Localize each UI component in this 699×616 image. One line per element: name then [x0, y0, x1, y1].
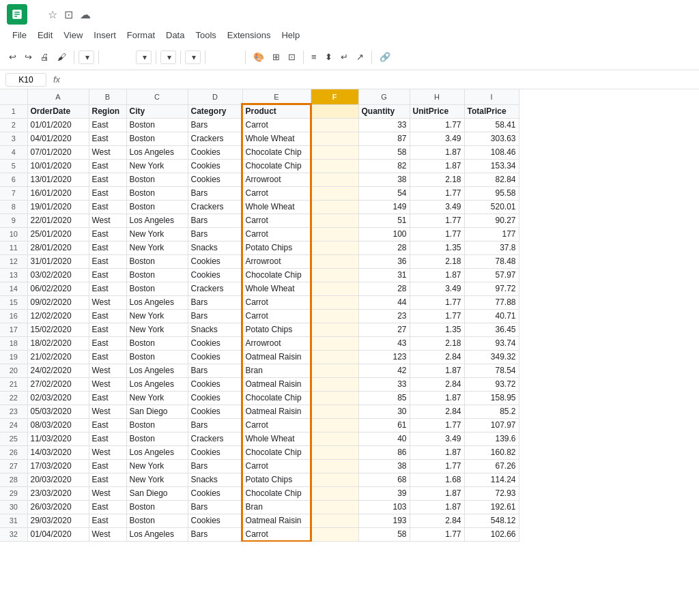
cell-r5-c3[interactable]: Cookies: [188, 159, 242, 173]
cell-r22-c2[interactable]: New York: [126, 391, 188, 405]
cell-r10-c3[interactable]: Bars: [188, 227, 242, 241]
table-row[interactable]: 1509/02/2020WestLos AngelesBarsCarrot441…: [0, 295, 519, 309]
cell-r24-c4[interactable]: Carrot: [242, 418, 311, 432]
cell-r22-c7[interactable]: 1.87: [410, 391, 464, 405]
menu-help[interactable]: Help: [276, 27, 305, 43]
cell-r21-c2[interactable]: Los Angeles: [126, 377, 188, 391]
col-header-c[interactable]: C: [126, 89, 188, 104]
undo-button[interactable]: ↩: [5, 49, 20, 65]
cell-r31-c2[interactable]: Boston: [126, 514, 188, 527]
cell-r21-c1[interactable]: West: [89, 377, 126, 391]
cell-r3-c2[interactable]: Boston: [126, 132, 188, 145]
table-row[interactable]: 2202/03/2020EastNew YorkCookiesChocolate…: [0, 391, 519, 405]
cell-r32-c4[interactable]: Carrot: [242, 527, 311, 541]
cell-r20-c4[interactable]: Bran: [242, 364, 311, 377]
cell-r24-c5[interactable]: [311, 418, 358, 432]
cell-r32-c3[interactable]: Bars: [188, 527, 242, 541]
cell-r10-c7[interactable]: 1.77: [410, 227, 464, 241]
cell-r19-c3[interactable]: Cookies: [188, 350, 242, 364]
cell-r15-c4[interactable]: Carrot: [242, 295, 311, 309]
cell-r16-c8[interactable]: 40.71: [464, 309, 519, 323]
cell-r12-c6[interactable]: 36: [358, 254, 410, 268]
cell-r12-c3[interactable]: Cookies: [188, 254, 242, 268]
table-row[interactable]: 613/01/2020EastBostonCookiesArrowroot382…: [0, 173, 519, 186]
cell-r13-c5[interactable]: [311, 268, 358, 282]
cell-r11-c0[interactable]: 28/01/2020: [27, 241, 89, 254]
cell-r25-c5[interactable]: [311, 432, 358, 445]
cell-r20-c2[interactable]: Los Angeles: [126, 364, 188, 377]
cell-r6-c4[interactable]: Arrowroot: [242, 173, 311, 186]
cell-r2-c5[interactable]: [311, 118, 358, 132]
cell-r19-c0[interactable]: 21/02/2020: [27, 350, 89, 364]
font-dropdown[interactable]: ▾: [160, 50, 176, 64]
table-row[interactable]: 1715/02/2020EastNew YorkSnacksPotato Chi…: [0, 323, 519, 336]
cell-r26-c4[interactable]: Chocolate Chip: [242, 445, 311, 459]
table-row[interactable]: 2408/03/2020EastBostonBarsCarrot611.7710…: [0, 418, 519, 432]
table-row[interactable]: 407/01/2020WestLos AngelesCookiesChocola…: [0, 145, 519, 159]
table-row[interactable]: 922/01/2020WestLos AngelesBarsCarrot511.…: [0, 214, 519, 227]
cell-r30-c7[interactable]: 1.87: [410, 500, 464, 514]
currency-button[interactable]: [103, 55, 110, 60]
cell-r29-c0[interactable]: 23/03/2020: [27, 486, 89, 500]
cell-r3-c8[interactable]: 303.63: [464, 132, 519, 145]
fontsize-dropdown[interactable]: ▾: [185, 50, 201, 64]
cell-r19-c8[interactable]: 349.32: [464, 350, 519, 364]
cell-r11-c7[interactable]: 1.35: [410, 241, 464, 254]
cell-r8-c2[interactable]: Boston: [126, 200, 188, 214]
cell-r9-c4[interactable]: Carrot: [242, 214, 311, 227]
cell-r9-c8[interactable]: 90.27: [464, 214, 519, 227]
table-row[interactable]: 3201/04/2020WestLos AngelesBarsCarrot581…: [0, 527, 519, 541]
cell-r18-c5[interactable]: [311, 336, 358, 350]
cell-r20-c0[interactable]: 24/02/2020: [27, 364, 89, 377]
cell-r11-c2[interactable]: New York: [126, 241, 188, 254]
cell-r21-c3[interactable]: Cookies: [188, 377, 242, 391]
cell-r10-c2[interactable]: New York: [126, 227, 188, 241]
cell-r25-c7[interactable]: 3.49: [410, 432, 464, 445]
cell-r24-c2[interactable]: Boston: [126, 418, 188, 432]
cell-r23-c3[interactable]: Cookies: [188, 405, 242, 418]
cell-r16-c0[interactable]: 12/02/2020: [27, 309, 89, 323]
cell-r3-c1[interactable]: East: [89, 132, 126, 145]
cell-r27-c8[interactable]: 67.26: [464, 459, 519, 473]
menu-extensions[interactable]: Extensions: [222, 27, 276, 43]
table-row[interactable]: 2820/03/2020EastNew YorkSnacksPotato Chi…: [0, 473, 519, 486]
cell-r20-c8[interactable]: 78.54: [464, 364, 519, 377]
star-icon[interactable]: ☆: [48, 8, 57, 21]
table-row[interactable]: 2717/03/2020EastNew YorkBarsCarrot381.77…: [0, 459, 519, 473]
cell-r31-c4[interactable]: Oatmeal Raisin: [242, 514, 311, 527]
cell-r29-c1[interactable]: West: [89, 486, 126, 500]
cell-r12-c2[interactable]: Boston: [126, 254, 188, 268]
cell-r30-c8[interactable]: 192.61: [464, 500, 519, 514]
cell-r20-c5[interactable]: [311, 364, 358, 377]
cell-r27-c6[interactable]: 38: [358, 459, 410, 473]
print-button[interactable]: 🖨: [37, 49, 53, 65]
cell-r15-c8[interactable]: 77.88: [464, 295, 519, 309]
cell-r14-c8[interactable]: 97.72: [464, 282, 519, 295]
cell-r16-c2[interactable]: New York: [126, 309, 188, 323]
cell-r12-c1[interactable]: East: [89, 254, 126, 268]
link-button[interactable]: 🔗: [376, 49, 394, 65]
cell-r16-c5[interactable]: [311, 309, 358, 323]
cell-r13-c6[interactable]: 31: [358, 268, 410, 282]
cell-r11-c5[interactable]: [311, 241, 358, 254]
cell-r8-c6[interactable]: 149: [358, 200, 410, 214]
cell-r17-c3[interactable]: Snacks: [188, 323, 242, 336]
cell-r5-c5[interactable]: [311, 159, 358, 173]
cell-r2-c1[interactable]: East: [89, 118, 126, 132]
cell-r5-c4[interactable]: Chocolate Chip: [242, 159, 311, 173]
cell-r30-c6[interactable]: 103: [358, 500, 410, 514]
col-header-a[interactable]: A: [27, 89, 89, 104]
cell-reference-input[interactable]: [5, 73, 46, 87]
cloud-icon[interactable]: ☁: [80, 8, 91, 21]
cell-r25-c3[interactable]: Crackers: [188, 432, 242, 445]
cell-r9-c3[interactable]: Bars: [188, 214, 242, 227]
cell-r6-c7[interactable]: 2.18: [410, 173, 464, 186]
table-row[interactable]: 1612/02/2020EastNew YorkBarsCarrot231.77…: [0, 309, 519, 323]
cell-r8-c5[interactable]: [311, 200, 358, 214]
cell-r15-c6[interactable]: 44: [358, 295, 410, 309]
menu-insert[interactable]: Insert: [88, 27, 122, 43]
cell-r7-c5[interactable]: [311, 186, 358, 200]
cell-r22-c3[interactable]: Cookies: [188, 391, 242, 405]
cell-r19-c4[interactable]: Oatmeal Raisin: [242, 350, 311, 364]
cell-r7-c7[interactable]: 1.77: [410, 186, 464, 200]
